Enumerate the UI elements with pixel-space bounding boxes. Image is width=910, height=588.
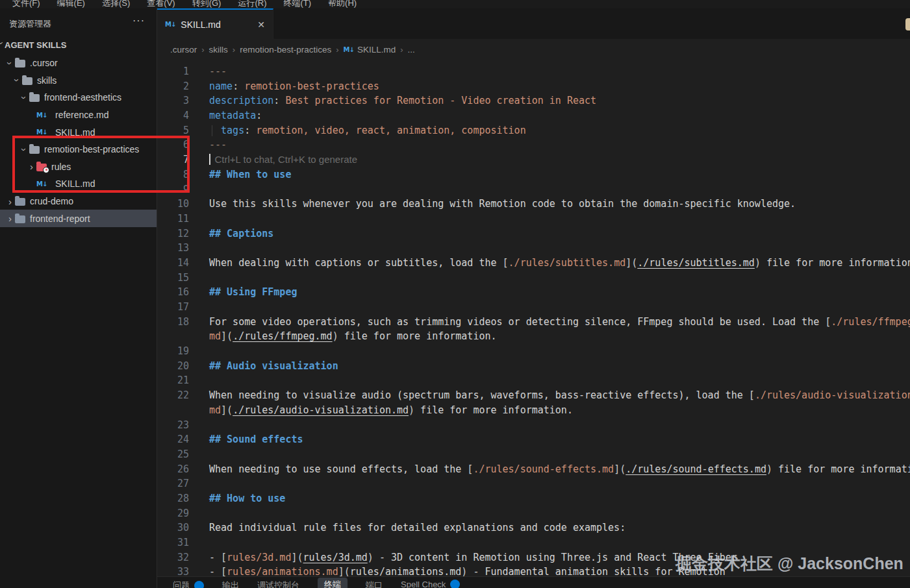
tree-item-crud-demo[interactable]: › crud-demo (0, 193, 157, 210)
markdown-file-icon: M↓ (36, 180, 51, 188)
breadcrumb-label: SKILL.md (357, 45, 396, 55)
tree-item-label: SKILL.md (55, 127, 95, 138)
menu-item[interactable]: 运行(R) (229, 0, 275, 3)
menu-item[interactable]: 转到(G) (184, 0, 230, 3)
close-icon[interactable]: ✕ (257, 19, 265, 30)
line-number: 32 (157, 550, 189, 565)
code-text: For some video operations, such as trimm… (209, 315, 910, 330)
code-line[interactable]: 21 (157, 373, 910, 388)
breadcrumb-item[interactable]: ... (408, 45, 415, 55)
code-line[interactable]: 22When needing to visualize audio (spect… (157, 388, 910, 403)
code-line[interactable]: 17 (157, 300, 910, 315)
tree-item-reference-md[interactable]: M↓ reference.md (0, 106, 157, 124)
panel-tab-spell-check[interactable]: Spell Check (401, 580, 460, 588)
code-line[interactable]: 25 (157, 447, 910, 462)
breadcrumb-label: skills (209, 45, 228, 55)
code-line[interactable]: 7Ctrl+L to chat, Ctrl+K to generate (157, 153, 910, 167)
code-line[interactable]: md](./rules/ffmpeg.md) file for more inf… (157, 329, 910, 344)
file-tree: › .cursor › skills › frontend-aesthetics… (0, 55, 157, 227)
panel-tab-调试控制台[interactable]: 调试控制台 (257, 580, 299, 588)
panel-tab-终端[interactable]: 终端 (318, 578, 348, 588)
code-line[interactable]: 27 (157, 476, 910, 491)
code-line[interactable]: 26When needing to use sound effects, loa… (157, 462, 910, 477)
code-line[interactable]: 5 tags: remotion, video, react, animatio… (157, 123, 910, 138)
panel-tab-问题[interactable]: 问题 (173, 580, 204, 588)
code-line[interactable]: 16## Using FFmpeg (157, 285, 910, 300)
chevron-down-icon: › (5, 58, 16, 68)
code-line[interactable]: 10Use this skills whenever you are deali… (157, 197, 910, 212)
tree-item-skill-md[interactable]: M↓ SKILL.md (0, 175, 157, 193)
code-line[interactable]: 31 (157, 535, 910, 550)
tree-item-skill-md[interactable]: M↓ SKILL.md (0, 123, 157, 141)
line-number: 1 (157, 64, 189, 79)
panel-tab-输出[interactable]: 输出 (222, 580, 239, 588)
code-line[interactable]: 9 (157, 182, 910, 197)
code-line[interactable]: md](./rules/audio-visualization.md) file… (157, 403, 910, 418)
chevron-right-icon: › (27, 161, 36, 172)
code-line[interactable]: 8## When to use (157, 167, 910, 182)
menu-item[interactable]: 终端(T) (275, 0, 320, 3)
breadcrumb-item[interactable]: .cursor (170, 45, 197, 55)
explorer-title: 资源管理器 (9, 18, 51, 30)
line-number: 17 (157, 300, 189, 315)
breadcrumb-item[interactable]: M↓SKILL.md (344, 45, 396, 55)
panel-tab-端口[interactable]: 端口 (366, 580, 383, 588)
menu-item[interactable]: 文件(F) (4, 0, 49, 3)
code-line[interactable]: 1--- (157, 64, 910, 79)
breadcrumb-label: remotion-best-practices (240, 45, 331, 55)
menu-item[interactable]: 帮助(H) (320, 0, 365, 3)
breadcrumb-item[interactable]: remotion-best-practices (240, 45, 331, 55)
tab-skill-md[interactable]: M↓ SKILL.md ✕ (157, 8, 273, 39)
tree-item-label: frontend-report (30, 214, 90, 224)
editor[interactable]: 1---2name: remotion-best-practices3descr… (157, 60, 910, 576)
code-line[interactable]: 14When dealing with captions or subtitle… (157, 256, 910, 271)
code-line[interactable]: 23 (157, 418, 910, 433)
tree-item-label: reference.md (55, 110, 108, 120)
line-number: 6 (157, 138, 189, 153)
code-text: name: remotion-best-practices (209, 79, 379, 94)
line-number: 10 (157, 197, 189, 212)
code-text: - [rules/3d.md](rules/3d.md) - 3D conten… (209, 550, 737, 565)
code-line[interactable]: 2name: remotion-best-practices (157, 79, 910, 94)
section-header-agent-skills[interactable]: › AGENT SKILLS (0, 40, 66, 50)
code-line[interactable]: 19 (157, 344, 910, 359)
code-line[interactable]: 3description: Best practices for Remotio… (157, 93, 910, 108)
tree-item-skills[interactable]: › skills (0, 72, 157, 90)
panel-tab-label: 问题 (173, 580, 190, 588)
tree-item-remotion-best-practices[interactable]: › remotion-best-practices (0, 141, 157, 158)
folder-icon (22, 77, 32, 85)
code-line[interactable]: 30Read individual rule files for detaile… (157, 521, 910, 535)
line-number: 20 (157, 359, 189, 374)
top-right-clipped-button[interactable] (905, 18, 910, 31)
line-number: 8 (157, 167, 189, 182)
menu-item[interactable]: 编辑(E) (49, 0, 94, 3)
tree-item-rules[interactable]: › rules (0, 158, 157, 176)
code-line[interactable]: 15 (157, 271, 910, 286)
menu-item[interactable]: 查看(V) (138, 0, 183, 3)
code-line[interactable]: 13 (157, 241, 910, 256)
panel-tab-label: 终端 (324, 579, 341, 588)
code-line[interactable]: 29 (157, 506, 910, 521)
markdown-file-icon: M↓ (36, 129, 51, 136)
code-line[interactable]: 6--- (157, 138, 910, 153)
chevron-down-icon: › (0, 42, 6, 48)
code-line[interactable]: 20## Audio visualization (157, 359, 910, 374)
tab-title: SKILL.md (181, 19, 220, 30)
menu-item[interactable]: 选择(S) (94, 0, 138, 3)
line-number: 31 (157, 535, 189, 550)
code-line[interactable]: 11 (157, 212, 910, 227)
tree-item-frontend-aesthetics[interactable]: › frontend-aesthetics (0, 89, 157, 106)
code-line[interactable]: 24## Sound effects (157, 432, 910, 447)
line-number: 2 (157, 79, 189, 94)
code-line[interactable]: 28## How to use (157, 491, 910, 506)
code-line[interactable]: 12## Captions (157, 227, 910, 241)
code-text: ## Sound effects (209, 432, 303, 447)
tree-item-label: crud-demo (30, 196, 73, 206)
code-line[interactable]: 18For some video operations, such as tri… (157, 315, 910, 330)
tree-item--cursor[interactable]: › .cursor (0, 55, 157, 72)
breadcrumb-item[interactable]: skills (209, 45, 228, 55)
more-actions-button[interactable]: ··· (133, 15, 145, 27)
code-line[interactable]: 4metadata: (157, 108, 910, 123)
tree-item-frontend-report[interactable]: › frontend-report (0, 210, 157, 227)
tree-item-label: rules (51, 162, 71, 172)
